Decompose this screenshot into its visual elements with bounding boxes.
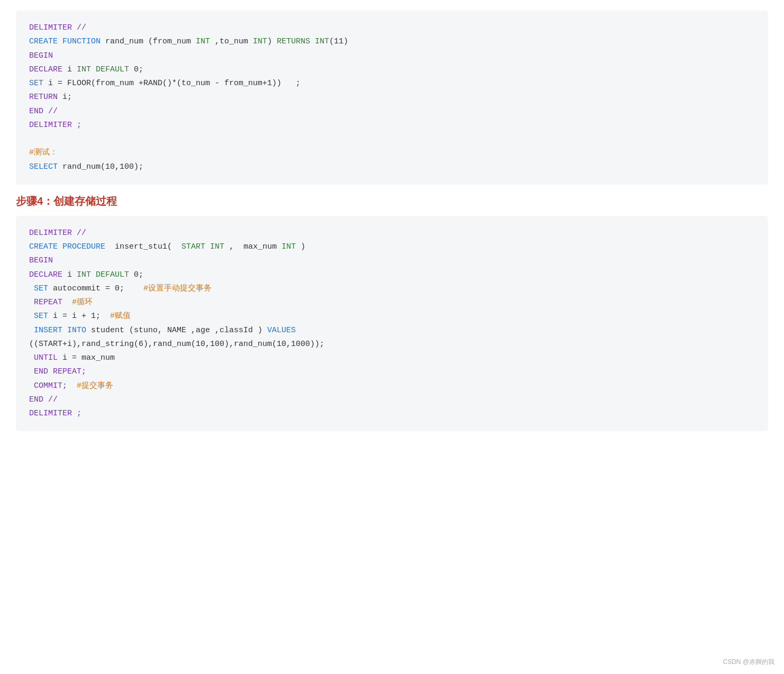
code-block-section4: DELIMITER // CREATE PROCEDURE insert_stu… [16,216,768,432]
watermark: CSDN @赤脚的我 [723,658,774,667]
code-block-section3: DELIMITER // CREATE FUNCTION rand_num (f… [16,11,768,185]
step4-heading: 步骤4：创建存储过程 [16,194,768,208]
step4-heading-text: 步骤4：创建存储过程 [16,195,117,207]
